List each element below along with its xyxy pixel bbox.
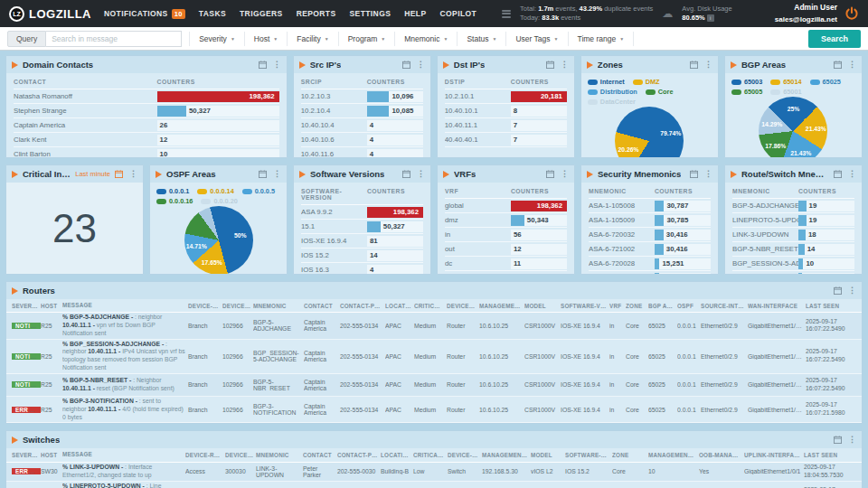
router-event-row[interactable]: NOTICE R25 % BGP-5-NBR_RESET - : Neighbo…: [6, 374, 862, 397]
counter-row[interactable]: 10.40.11.6 4: [301, 147, 423, 157]
zones-pie-chart[interactable]: 79.74%20.26%: [615, 107, 684, 158]
kebab-menu-icon[interactable]: ⋮: [704, 61, 712, 69]
router-event-row[interactable]: NOTICE R25 % BGP_SESSION-5-ADJCHANGE - :…: [6, 340, 862, 374]
calendar-icon[interactable]: [546, 170, 554, 178]
legend-item[interactable]: 65025: [810, 78, 841, 86]
counter-row[interactable]: ASA-1-105009 30,785: [589, 213, 711, 228]
filter-dropdown[interactable]: Status ▼: [458, 32, 506, 46]
legend-item[interactable]: 65001: [770, 88, 801, 96]
kebab-menu-icon[interactable]: ⋮: [129, 170, 137, 178]
counter-row[interactable]: 15.1 50,327: [301, 220, 423, 234]
kebab-menu-icon[interactable]: ⋮: [848, 286, 856, 295]
calendar-icon[interactable]: [690, 170, 698, 178]
counter-row[interactable]: Captain America 26: [14, 118, 279, 133]
top-nav-item[interactable]: SETTINGS: [350, 9, 392, 18]
counter-row[interactable]: BGP-3-NOTIFICATION 8: [732, 271, 854, 274]
counter-row[interactable]: Clint Barton 10: [14, 147, 279, 157]
calendar-icon[interactable]: [834, 170, 842, 178]
counter-row[interactable]: 10.2.10.1 20,181: [445, 89, 567, 104]
legend-item[interactable]: 0.0.0.5: [242, 187, 275, 195]
counter-row[interactable]: ASA 9.9.2 198,362: [301, 205, 423, 220]
counter-row[interactable]: 10.40.10.4 4: [301, 118, 423, 133]
legend-item[interactable]: DMZ: [633, 78, 660, 86]
legend-item[interactable]: DataCenter: [588, 98, 636, 106]
counter-row[interactable]: global 198,362: [445, 199, 567, 213]
kebab-menu-icon[interactable]: ⋮: [273, 61, 281, 69]
filter-dropdown[interactable]: User Tags ▼: [506, 32, 568, 46]
legend-item[interactable]: Distribution: [588, 88, 637, 96]
counter-row[interactable]: dmz 50,343: [445, 213, 567, 228]
counter-row[interactable]: 10.40.11.1 7: [445, 118, 567, 133]
legend-item[interactable]: 65014: [770, 78, 801, 86]
kebab-menu-icon[interactable]: ⋮: [561, 170, 569, 178]
kebab-menu-icon[interactable]: ⋮: [417, 61, 425, 69]
filter-dropdown[interactable]: Mnemonic ▼: [395, 32, 458, 46]
kebab-menu-icon[interactable]: ⋮: [848, 61, 856, 69]
counter-row[interactable]: 10.2.10.4 10,085: [301, 104, 423, 118]
kebab-menu-icon[interactable]: ⋮: [561, 61, 569, 69]
kebab-menu-icon[interactable]: ⋮: [848, 170, 856, 178]
legend-item[interactable]: 65005: [731, 88, 762, 96]
filter-dropdown[interactable]: Program ▼: [339, 32, 396, 46]
counter-row[interactable]: BGP-5-NBR_RESET 14: [732, 242, 854, 257]
counter-row[interactable]: dc 11: [445, 257, 567, 271]
calendar-icon[interactable]: [402, 170, 410, 178]
legend-item[interactable]: 0.0.0.14: [197, 187, 233, 195]
legend-item[interactable]: Internet: [588, 78, 625, 86]
calendar-icon[interactable]: [690, 61, 698, 69]
top-nav-item[interactable]: TRIGGERS: [240, 9, 283, 18]
counter-row[interactable]: 10.40.10.1 8: [445, 104, 567, 118]
counter-row[interactable]: ASA-6-720027 15,165: [589, 271, 711, 274]
search-input[interactable]: [46, 31, 182, 47]
logzilla-logo[interactable]: LZ LOGZILLA: [9, 6, 91, 22]
counter-row[interactable]: ASA-6-721002 30,416: [589, 242, 711, 257]
counter-row[interactable]: in 56: [445, 228, 567, 242]
counter-row[interactable]: LINK-3-UPDOWN 18: [732, 228, 854, 242]
counter-row[interactable]: Clark Kent 12: [14, 133, 279, 147]
filter-dropdown[interactable]: Facility ▼: [288, 32, 338, 46]
top-nav-item[interactable]: NOTIFICATIONS 10: [104, 9, 185, 19]
kebab-menu-icon[interactable]: ⋮: [273, 170, 281, 178]
counter-row[interactable]: 10.2.10.3 10,096: [301, 89, 423, 104]
calendar-icon[interactable]: [259, 170, 267, 178]
top-nav-item[interactable]: TASKS: [199, 9, 226, 18]
logout-power-icon[interactable]: [844, 6, 859, 21]
counter-row[interactable]: 40.40.40.1 7: [445, 133, 567, 147]
legend-item[interactable]: 0.0.0.16: [156, 197, 193, 205]
filter-dropdown[interactable]: Host ▼: [245, 32, 288, 46]
counter-row[interactable]: IOS 15.2 14: [301, 249, 423, 263]
host-cell[interactable]: R25: [41, 407, 62, 413]
host-cell[interactable]: SW30: [41, 468, 62, 474]
legend-item[interactable]: 0.0.0.1: [156, 187, 189, 195]
counter-row[interactable]: ASA-6-720028 15,251: [589, 257, 711, 271]
counter-row[interactable]: IOS 16.3 4: [301, 263, 423, 274]
counter-row[interactable]: BGP_SESSION-5-ADJCHANGE 10: [732, 257, 854, 271]
panel-time-window[interactable]: Last minute: [75, 170, 110, 178]
info-icon[interactable]: i: [707, 14, 714, 22]
search-button[interactable]: Search: [808, 30, 861, 48]
counter-row[interactable]: Stephen Strange 50,327: [14, 104, 279, 118]
kebab-menu-icon[interactable]: ⋮: [704, 170, 712, 178]
calendar-icon[interactable]: [115, 170, 123, 178]
counter-row[interactable]: ASA-6-720032 30,416: [589, 228, 711, 242]
counter-row[interactable]: 10.40.10.6 4: [301, 133, 423, 147]
router-event-row[interactable]: ERROR R25 % BGP-3-NOTIFICATION - : sent …: [6, 397, 862, 423]
router-event-row[interactable]: NOTICE R25 % BGP-5-ADJCHANGE - : neighbo…: [6, 313, 862, 339]
legend-item[interactable]: Core: [646, 88, 674, 96]
counter-row[interactable]: IOS-XE 16.9.4 81: [301, 234, 423, 249]
calendar-icon[interactable]: [546, 61, 554, 69]
switch-event-row[interactable]: ERROR SW30 % LINK-3-UPDOWN - : Interface…: [6, 463, 862, 482]
host-cell[interactable]: R25: [41, 353, 62, 360]
counter-row[interactable]: BGP-5-ADJCHANGE 19: [732, 199, 854, 213]
calendar-icon[interactable]: [402, 61, 410, 69]
calendar-icon[interactable]: [834, 61, 842, 69]
legend-item[interactable]: 0.0.0.20: [201, 197, 237, 205]
top-nav-item[interactable]: HELP: [404, 9, 426, 18]
filter-dropdown[interactable]: Severity ▼: [189, 32, 245, 46]
switch-event-row[interactable]: NOTICE SW30 % LINEPROTO-5-UPDOWN - : Lin…: [6, 482, 862, 488]
counter-row[interactable]: ASA-1-105008 30,787: [589, 199, 711, 213]
kebab-menu-icon[interactable]: ⋮: [417, 170, 425, 178]
host-cell[interactable]: R25: [41, 323, 62, 329]
kebab-menu-icon[interactable]: ⋮: [848, 436, 856, 444]
filter-dropdown[interactable]: Time range ▼: [569, 32, 635, 46]
